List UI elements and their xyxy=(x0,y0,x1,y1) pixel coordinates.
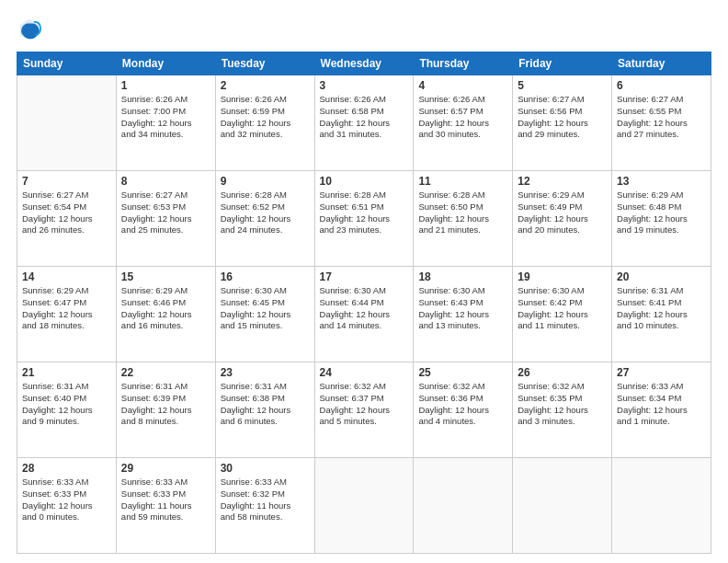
day-number: 6 xyxy=(617,79,706,92)
calendar-cell: 18Sunrise: 6:30 AM Sunset: 6:43 PM Dayli… xyxy=(414,267,513,362)
calendar-week-row: 28Sunrise: 6:33 AM Sunset: 6:33 PM Dayli… xyxy=(17,458,711,554)
day-number: 3 xyxy=(320,79,409,92)
calendar-week-row: 7Sunrise: 6:27 AM Sunset: 6:54 PM Daylig… xyxy=(17,171,711,267)
day-info: Sunrise: 6:31 AM Sunset: 6:38 PM Dayligh… xyxy=(221,381,310,428)
weekday-header: Sunday xyxy=(17,52,117,75)
day-number: 19 xyxy=(518,270,607,283)
calendar-week-row: 21Sunrise: 6:31 AM Sunset: 6:40 PM Dayli… xyxy=(17,362,711,458)
day-info: Sunrise: 6:29 AM Sunset: 6:49 PM Dayligh… xyxy=(518,190,607,236)
day-number: 27 xyxy=(617,366,706,379)
weekday-header: Friday xyxy=(513,52,612,75)
logo-icon xyxy=(17,17,42,42)
calendar-cell: 10Sunrise: 6:28 AM Sunset: 6:51 PM Dayli… xyxy=(314,171,414,267)
calendar-cell: 30Sunrise: 6:33 AM Sunset: 6:32 PM Dayli… xyxy=(215,458,314,554)
day-info: Sunrise: 6:29 AM Sunset: 6:47 PM Dayligh… xyxy=(22,285,111,332)
calendar-cell xyxy=(612,458,711,554)
calendar-cell: 2Sunrise: 6:26 AM Sunset: 6:59 PM Daylig… xyxy=(215,75,314,171)
day-info: Sunrise: 6:33 AM Sunset: 6:33 PM Dayligh… xyxy=(121,477,210,523)
day-number: 9 xyxy=(221,175,310,188)
header-row: SundayMondayTuesdayWednesdayThursdayFrid… xyxy=(17,52,711,75)
day-number: 30 xyxy=(221,462,310,475)
day-info: Sunrise: 6:26 AM Sunset: 6:58 PM Dayligh… xyxy=(320,94,409,141)
day-number: 10 xyxy=(320,175,409,188)
day-info: Sunrise: 6:33 AM Sunset: 6:32 PM Dayligh… xyxy=(221,477,310,523)
day-info: Sunrise: 6:31 AM Sunset: 6:39 PM Dayligh… xyxy=(121,381,210,428)
page: SundayMondayTuesdayWednesdayThursdayFrid… xyxy=(0,0,728,563)
calendar-cell: 19Sunrise: 6:30 AM Sunset: 6:42 PM Dayli… xyxy=(513,267,612,362)
day-number: 4 xyxy=(418,79,507,92)
calendar-cell: 28Sunrise: 6:33 AM Sunset: 6:33 PM Dayli… xyxy=(17,458,117,554)
day-number: 12 xyxy=(518,175,607,188)
calendar-cell: 1Sunrise: 6:26 AM Sunset: 7:00 PM Daylig… xyxy=(116,75,215,171)
calendar-cell xyxy=(414,458,513,554)
day-info: Sunrise: 6:27 AM Sunset: 6:54 PM Dayligh… xyxy=(22,190,111,236)
day-info: Sunrise: 6:32 AM Sunset: 6:37 PM Dayligh… xyxy=(320,381,409,428)
day-info: Sunrise: 6:27 AM Sunset: 6:55 PM Dayligh… xyxy=(617,94,706,141)
header xyxy=(17,17,711,42)
calendar-cell xyxy=(314,458,414,554)
calendar-table: SundayMondayTuesdayWednesdayThursdayFrid… xyxy=(17,52,711,554)
calendar-cell: 3Sunrise: 6:26 AM Sunset: 6:58 PM Daylig… xyxy=(314,75,414,171)
day-number: 18 xyxy=(418,270,507,283)
calendar-cell xyxy=(513,458,612,554)
calendar-week-row: 14Sunrise: 6:29 AM Sunset: 6:47 PM Dayli… xyxy=(17,267,711,362)
day-info: Sunrise: 6:28 AM Sunset: 6:52 PM Dayligh… xyxy=(221,190,310,236)
day-number: 17 xyxy=(320,270,409,283)
day-number: 14 xyxy=(22,270,111,283)
day-info: Sunrise: 6:28 AM Sunset: 6:50 PM Dayligh… xyxy=(418,190,507,236)
day-info: Sunrise: 6:30 AM Sunset: 6:42 PM Dayligh… xyxy=(518,285,607,332)
day-info: Sunrise: 6:27 AM Sunset: 6:53 PM Dayligh… xyxy=(121,190,210,236)
day-number: 23 xyxy=(221,366,310,379)
calendar-cell: 22Sunrise: 6:31 AM Sunset: 6:39 PM Dayli… xyxy=(116,362,215,458)
calendar-cell: 29Sunrise: 6:33 AM Sunset: 6:33 PM Dayli… xyxy=(116,458,215,554)
day-info: Sunrise: 6:28 AM Sunset: 6:51 PM Dayligh… xyxy=(320,190,409,236)
day-number: 7 xyxy=(22,175,111,188)
day-info: Sunrise: 6:33 AM Sunset: 6:34 PM Dayligh… xyxy=(617,381,706,428)
day-info: Sunrise: 6:32 AM Sunset: 6:36 PM Dayligh… xyxy=(418,381,507,428)
day-info: Sunrise: 6:32 AM Sunset: 6:35 PM Dayligh… xyxy=(518,381,607,428)
day-number: 29 xyxy=(121,462,210,475)
weekday-header: Saturday xyxy=(612,52,711,75)
weekday-header: Monday xyxy=(116,52,215,75)
day-number: 11 xyxy=(418,175,507,188)
calendar-cell: 4Sunrise: 6:26 AM Sunset: 6:57 PM Daylig… xyxy=(414,75,513,171)
calendar-cell: 15Sunrise: 6:29 AM Sunset: 6:46 PM Dayli… xyxy=(116,267,215,362)
calendar-cell: 27Sunrise: 6:33 AM Sunset: 6:34 PM Dayli… xyxy=(612,362,711,458)
day-number: 24 xyxy=(320,366,409,379)
day-number: 26 xyxy=(518,366,607,379)
day-number: 21 xyxy=(22,366,111,379)
calendar-cell: 21Sunrise: 6:31 AM Sunset: 6:40 PM Dayli… xyxy=(17,362,117,458)
day-info: Sunrise: 6:26 AM Sunset: 7:00 PM Dayligh… xyxy=(121,94,210,141)
calendar-cell: 14Sunrise: 6:29 AM Sunset: 6:47 PM Dayli… xyxy=(17,267,117,362)
calendar-cell: 20Sunrise: 6:31 AM Sunset: 6:41 PM Dayli… xyxy=(612,267,711,362)
calendar-week-row: 1Sunrise: 6:26 AM Sunset: 7:00 PM Daylig… xyxy=(17,75,711,171)
day-info: Sunrise: 6:26 AM Sunset: 6:59 PM Dayligh… xyxy=(221,94,310,141)
calendar-cell: 5Sunrise: 6:27 AM Sunset: 6:56 PM Daylig… xyxy=(513,75,612,171)
day-number: 15 xyxy=(121,270,210,283)
logo xyxy=(17,17,46,42)
day-info: Sunrise: 6:30 AM Sunset: 6:45 PM Dayligh… xyxy=(221,285,310,332)
day-number: 8 xyxy=(121,175,210,188)
day-info: Sunrise: 6:31 AM Sunset: 6:41 PM Dayligh… xyxy=(617,285,706,332)
day-number: 2 xyxy=(221,79,310,92)
day-info: Sunrise: 6:26 AM Sunset: 6:57 PM Dayligh… xyxy=(418,94,507,141)
day-info: Sunrise: 6:30 AM Sunset: 6:44 PM Dayligh… xyxy=(320,285,409,332)
day-info: Sunrise: 6:33 AM Sunset: 6:33 PM Dayligh… xyxy=(22,477,111,523)
day-number: 20 xyxy=(617,270,706,283)
calendar-cell xyxy=(17,75,117,171)
calendar-cell: 9Sunrise: 6:28 AM Sunset: 6:52 PM Daylig… xyxy=(215,171,314,267)
calendar-cell: 26Sunrise: 6:32 AM Sunset: 6:35 PM Dayli… xyxy=(513,362,612,458)
calendar-cell: 17Sunrise: 6:30 AM Sunset: 6:44 PM Dayli… xyxy=(314,267,414,362)
calendar-cell: 13Sunrise: 6:29 AM Sunset: 6:48 PM Dayli… xyxy=(612,171,711,267)
weekday-header: Wednesday xyxy=(314,52,414,75)
calendar-cell: 12Sunrise: 6:29 AM Sunset: 6:49 PM Dayli… xyxy=(513,171,612,267)
calendar-cell: 6Sunrise: 6:27 AM Sunset: 6:55 PM Daylig… xyxy=(612,75,711,171)
day-info: Sunrise: 6:30 AM Sunset: 6:43 PM Dayligh… xyxy=(418,285,507,332)
day-number: 16 xyxy=(221,270,310,283)
calendar-header: SundayMondayTuesdayWednesdayThursdayFrid… xyxy=(17,52,711,75)
calendar-cell: 11Sunrise: 6:28 AM Sunset: 6:50 PM Dayli… xyxy=(414,171,513,267)
day-number: 28 xyxy=(22,462,111,475)
day-info: Sunrise: 6:31 AM Sunset: 6:40 PM Dayligh… xyxy=(22,381,111,428)
day-info: Sunrise: 6:29 AM Sunset: 6:46 PM Dayligh… xyxy=(121,285,210,332)
day-number: 13 xyxy=(617,175,706,188)
